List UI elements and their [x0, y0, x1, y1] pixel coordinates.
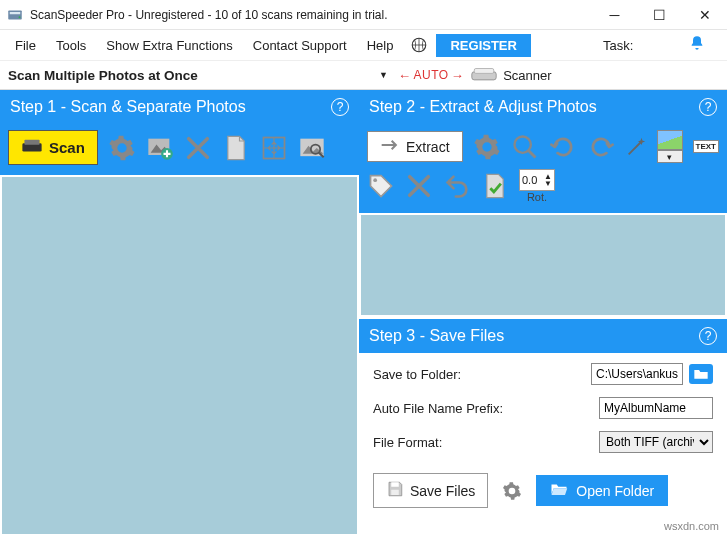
- undo-icon[interactable]: [443, 172, 471, 200]
- step1-header: Step 1 - Scan & Separate Photos ?: [0, 90, 359, 124]
- register-button[interactable]: REGISTER: [436, 34, 530, 57]
- rotation-stepper[interactable]: 0.0 ▲▼: [519, 169, 555, 191]
- scanner-small-icon: [21, 137, 43, 158]
- svg-point-2: [19, 16, 21, 18]
- task-label: Task:: [603, 38, 633, 53]
- notification-bell-icon[interactable]: [689, 35, 705, 55]
- step1-canvas[interactable]: [2, 177, 357, 534]
- svg-point-15: [514, 136, 530, 152]
- approve-icon[interactable]: [481, 172, 509, 200]
- thumbnail-icon: [657, 130, 683, 150]
- save-files-button[interactable]: Save Files: [373, 473, 488, 508]
- add-image-icon[interactable]: [146, 134, 174, 162]
- close-button[interactable]: ✕: [682, 0, 727, 30]
- minimize-button[interactable]: ─: [592, 0, 637, 30]
- menu-tools[interactable]: Tools: [47, 34, 95, 57]
- menu-show-extra[interactable]: Show Extra Functions: [97, 34, 241, 57]
- rotate-ccw-icon[interactable]: [549, 133, 577, 161]
- scanner-icon: [471, 66, 497, 84]
- step3-help-icon[interactable]: ?: [699, 327, 717, 345]
- rotation-label: Rot.: [527, 191, 547, 203]
- svg-rect-17: [391, 482, 399, 487]
- step2-help-icon[interactable]: ?: [699, 98, 717, 116]
- preview-selector[interactable]: ▾: [657, 130, 683, 163]
- mode-dropdown-icon[interactable]: ▼: [379, 70, 388, 80]
- format-select[interactable]: Both TIFF (archival: [599, 431, 713, 453]
- settings-icon[interactable]: [108, 134, 136, 162]
- save-files-label: Save Files: [410, 483, 475, 499]
- tag-icon[interactable]: [367, 172, 395, 200]
- magic-wand-icon[interactable]: [625, 133, 647, 161]
- step2-settings-icon[interactable]: [473, 133, 501, 161]
- step2-canvas[interactable]: [361, 215, 725, 315]
- scanner-button[interactable]: Scanner: [471, 66, 551, 84]
- step2-title: Step 2 - Extract & Adjust Photos: [369, 98, 597, 116]
- text-mode-icon[interactable]: TEXT: [693, 140, 719, 153]
- page-icon[interactable]: [222, 134, 250, 162]
- delete-icon[interactable]: [184, 134, 212, 162]
- svg-rect-18: [391, 490, 399, 495]
- zoom-icon[interactable]: [511, 133, 539, 161]
- svg-rect-5: [474, 69, 494, 74]
- chevron-down-icon[interactable]: ▾: [657, 150, 683, 163]
- scanner-label: Scanner: [503, 68, 551, 83]
- scan-label: Scan: [49, 139, 85, 156]
- menu-file[interactable]: File: [6, 34, 45, 57]
- delete2-icon[interactable]: [405, 172, 433, 200]
- save-disk-icon: [386, 480, 404, 501]
- title-bar: ScanSpeeder Pro - Unregistered - 10 of 1…: [0, 0, 727, 30]
- zoom-image-icon[interactable]: [298, 134, 326, 162]
- globe-icon[interactable]: [410, 36, 428, 54]
- menu-contact-support[interactable]: Contact Support: [244, 34, 356, 57]
- prefix-input[interactable]: [599, 397, 713, 419]
- open-folder-label: Open Folder: [576, 483, 654, 499]
- step1-title: Step 1 - Scan & Separate Photos: [10, 98, 246, 116]
- step1-toolbar: Scan: [0, 124, 359, 175]
- maximize-button[interactable]: ☐: [637, 0, 682, 30]
- svg-rect-1: [10, 12, 21, 14]
- open-folder-icon: [550, 482, 568, 499]
- step3-header: Step 3 - Save Files ?: [359, 319, 727, 353]
- rotation-value: 0.0: [522, 174, 537, 186]
- auto-label: AUTO: [414, 68, 449, 82]
- extract-label: Extract: [406, 139, 450, 155]
- format-label: File Format:: [373, 435, 599, 450]
- menu-help[interactable]: Help: [358, 34, 403, 57]
- step1-help-icon[interactable]: ?: [331, 98, 349, 116]
- svg-rect-7: [24, 140, 39, 145]
- step3-title: Step 3 - Save Files: [369, 327, 504, 345]
- arrow-right-icon: [380, 138, 400, 155]
- extract-button[interactable]: Extract: [367, 131, 463, 162]
- scan-button[interactable]: Scan: [8, 130, 98, 165]
- auto-toggle[interactable]: ←AUTO→: [398, 68, 464, 83]
- svg-point-16: [373, 178, 377, 182]
- watermark: wsxdn.com: [664, 520, 719, 532]
- step2-header: Step 2 - Extract & Adjust Photos ?: [359, 90, 727, 124]
- step2-toolbar: Extract ▾: [359, 124, 727, 213]
- open-folder-button[interactable]: Open Folder: [536, 475, 668, 506]
- context-bar: Scan Multiple Photos at Once ▼ ←AUTO→ Sc…: [0, 60, 727, 90]
- grid-expand-icon[interactable]: [260, 134, 288, 162]
- step3-settings-icon[interactable]: [502, 481, 522, 501]
- browse-folder-button[interactable]: [689, 364, 713, 384]
- window-title: ScanSpeeder Pro - Unregistered - 10 of 1…: [30, 8, 592, 22]
- save-folder-input[interactable]: [591, 363, 683, 385]
- app-icon: [6, 6, 24, 24]
- save-folder-label: Save to Folder:: [373, 367, 591, 382]
- menu-bar: File Tools Show Extra Functions Contact …: [0, 30, 727, 60]
- rotate-cw-icon[interactable]: [587, 133, 615, 161]
- prefix-label: Auto File Name Prefix:: [373, 401, 599, 416]
- mode-title: Scan Multiple Photos at Once: [8, 68, 198, 83]
